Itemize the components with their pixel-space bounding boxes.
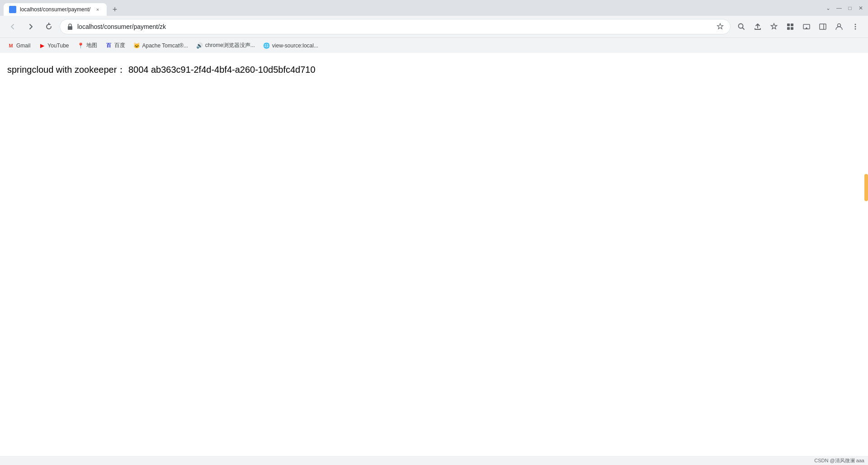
bookmark-baidu[interactable]: 百 百度 xyxy=(102,40,129,51)
svg-point-12 xyxy=(855,26,856,28)
back-button[interactable] xyxy=(5,19,20,34)
close-button[interactable]: ✕ xyxy=(857,5,864,12)
chrome-settings-label: chrome浏览器没声... xyxy=(205,42,255,49)
tab-title: localhost/consumer/payment/ xyxy=(20,6,90,13)
bookmarks-bar: M Gmail ▶ YouTube 📍 地图 百 百度 🐱 Apache Tom… xyxy=(0,38,868,53)
search-icon[interactable] xyxy=(734,19,749,34)
reload-button[interactable] xyxy=(42,19,56,34)
svg-rect-6 xyxy=(791,27,793,30)
page-main-text: springcloud with zookeeper： 8004 ab363c9… xyxy=(7,64,861,76)
status-bar: CSDN @清风微澜 aaa xyxy=(0,456,868,465)
active-tab[interactable]: localhost/consumer/payment/ × xyxy=(4,3,107,16)
maps-favicon: 📍 xyxy=(77,42,85,49)
bookmark-star-icon[interactable] xyxy=(767,19,781,34)
minimize-button[interactable]: — xyxy=(835,5,843,12)
browser-window: localhost/consumer/payment/ × + ⌄ — □ ✕ xyxy=(0,0,868,465)
baidu-label: 百度 xyxy=(114,42,125,49)
scrollbar-indicator[interactable] xyxy=(864,174,868,201)
bookmark-gmail[interactable]: M Gmail xyxy=(4,40,34,51)
title-bar: localhost/consumer/payment/ × + ⌄ — □ ✕ xyxy=(0,0,868,16)
view-source-label: view-source:local... xyxy=(272,42,318,49)
maximize-button[interactable]: □ xyxy=(846,5,854,12)
tab-bar: localhost/consumer/payment/ × + xyxy=(4,0,823,16)
tab-close-button[interactable]: × xyxy=(94,6,101,13)
address-bar[interactable]: localhost/consumer/payment/zk xyxy=(60,19,731,34)
expand-icon[interactable]: ⌄ xyxy=(825,5,832,12)
gmail-label: Gmail xyxy=(16,42,30,49)
baidu-favicon: 百 xyxy=(105,42,113,49)
bookmark-youtube[interactable]: ▶ YouTube xyxy=(35,40,72,51)
url-text[interactable]: localhost/consumer/payment/zk xyxy=(77,23,713,30)
svg-rect-5 xyxy=(787,27,790,30)
svg-point-0 xyxy=(10,7,15,12)
bookmark-chrome-settings[interactable]: 🔊 chrome浏览器没声... xyxy=(193,40,259,51)
tab-favicon xyxy=(9,6,16,13)
extensions-icon[interactable] xyxy=(783,19,797,34)
profile-icon[interactable] xyxy=(832,19,846,34)
window-controls: ⌄ — □ ✕ xyxy=(825,5,864,12)
share-icon[interactable] xyxy=(750,19,765,34)
gmail-favicon: M xyxy=(7,42,14,49)
toolbar: localhost/consumer/payment/zk xyxy=(0,16,868,38)
star-icon[interactable] xyxy=(717,23,724,30)
cast-icon[interactable] xyxy=(799,19,814,34)
maps-label: 地图 xyxy=(86,42,97,49)
sidebar-icon[interactable] xyxy=(816,19,830,34)
youtube-label: YouTube xyxy=(47,42,69,49)
svg-point-13 xyxy=(855,28,856,30)
lock-icon xyxy=(66,23,74,30)
new-tab-button[interactable]: + xyxy=(108,3,121,16)
bookmark-tomcat[interactable]: 🐱 Apache Tomcat®... xyxy=(130,40,192,51)
view-source-favicon: 🌐 xyxy=(263,42,270,49)
svg-rect-4 xyxy=(791,23,793,26)
youtube-favicon: ▶ xyxy=(38,42,46,49)
status-text: CSDN @清风微澜 aaa xyxy=(814,457,864,464)
svg-rect-8 xyxy=(820,24,826,29)
svg-rect-3 xyxy=(787,23,790,26)
forward-button[interactable] xyxy=(24,19,38,34)
toolbar-icons xyxy=(734,19,863,34)
tomcat-favicon: 🐱 xyxy=(133,42,141,49)
bookmark-maps[interactable]: 📍 地图 xyxy=(74,40,101,51)
menu-dots-icon[interactable] xyxy=(848,19,863,34)
svg-point-11 xyxy=(855,24,856,25)
bookmark-view-source[interactable]: 🌐 view-source:local... xyxy=(259,40,322,51)
tomcat-label: Apache Tomcat®... xyxy=(142,42,188,49)
chrome-settings-favicon: 🔊 xyxy=(196,42,203,49)
svg-rect-1 xyxy=(68,26,72,30)
page-content: springcloud with zookeeper： 8004 ab363c9… xyxy=(0,53,868,456)
